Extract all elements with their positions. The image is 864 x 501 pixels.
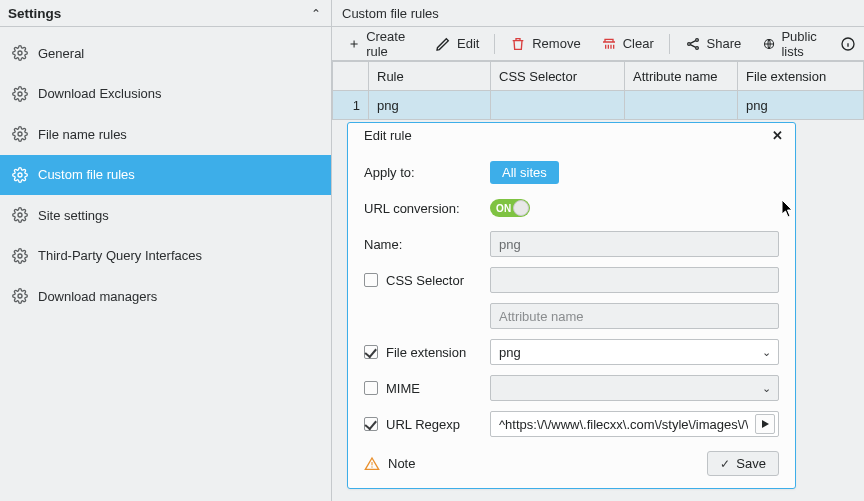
toolbar-label: Remove	[532, 36, 580, 51]
svg-marker-12	[762, 420, 769, 428]
sidebar-item-download-exclusions[interactable]: Download Exclusions	[0, 74, 331, 115]
warning-icon	[364, 456, 380, 472]
gear-icon	[12, 288, 28, 304]
svg-point-2	[18, 132, 22, 136]
close-icon[interactable]: ✕	[770, 128, 785, 143]
file-extension-label: File extension	[386, 345, 466, 360]
url-conversion-label: URL conversion:	[364, 201, 490, 216]
play-icon	[760, 419, 770, 429]
svg-point-5	[18, 254, 22, 258]
svg-point-3	[18, 173, 22, 177]
sidebar-item-general[interactable]: General	[0, 33, 331, 74]
gear-icon	[12, 207, 28, 223]
clear-button[interactable]: Clear	[593, 33, 662, 55]
css-selector-checkbox[interactable]	[364, 273, 378, 287]
toolbar-label: Clear	[623, 36, 654, 51]
apply-to-button[interactable]: All sites	[490, 161, 559, 184]
collapse-sidebar-icon[interactable]: ⌄	[311, 6, 321, 20]
save-label: Save	[736, 456, 766, 471]
sidebar-title: Settings	[8, 6, 61, 21]
gear-icon	[12, 167, 28, 183]
cell-attr[interactable]	[625, 91, 738, 120]
dialog-title: Edit rule	[364, 128, 412, 143]
toolbar-label: Public lists	[781, 29, 828, 59]
toolbar-separator	[669, 34, 670, 54]
regexp-test-button[interactable]	[755, 414, 775, 434]
svg-rect-14	[371, 462, 372, 465]
cell-css[interactable]	[491, 91, 625, 120]
sidebar-item-download-managers[interactable]: Download managers	[0, 276, 331, 317]
toolbar: Create rule Edit Remove Clear Share	[332, 27, 864, 61]
share-button[interactable]: Share	[677, 33, 750, 55]
svg-point-4	[18, 213, 22, 217]
remove-button[interactable]: Remove	[502, 33, 588, 55]
url-conversion-toggle[interactable]: ON	[490, 199, 530, 217]
gear-icon	[12, 126, 28, 142]
sidebar-item-label: Custom file rules	[38, 167, 135, 182]
sidebar-item-label: Download Exclusions	[38, 86, 162, 101]
svg-point-1	[18, 92, 22, 96]
edit-rule-dialog: Edit rule ✕ Apply to: All sites URL conv…	[347, 122, 796, 489]
toolbar-separator	[494, 34, 495, 54]
cell-ext[interactable]: png	[738, 91, 864, 120]
toolbar-label: Share	[707, 36, 742, 51]
note-label: Note	[388, 456, 415, 471]
pencil-icon	[435, 36, 451, 52]
col-rule[interactable]: Rule	[369, 62, 491, 91]
apply-to-label: Apply to:	[364, 165, 490, 180]
svg-point-0	[18, 51, 22, 55]
name-label: Name:	[364, 237, 490, 252]
note-area[interactable]: Note	[364, 456, 415, 472]
check-icon: ✓	[720, 457, 730, 471]
css-selector-input[interactable]	[490, 267, 779, 293]
info-button[interactable]	[840, 36, 856, 52]
cell-rule[interactable]: png	[369, 91, 491, 120]
file-extension-checkbox[interactable]	[364, 345, 378, 359]
toolbar-label: Create rule	[366, 29, 415, 59]
trash-icon	[510, 36, 526, 52]
sidebar-item-label: Download managers	[38, 289, 157, 304]
plus-icon	[348, 36, 360, 52]
col-ext[interactable]: File extension	[738, 62, 864, 91]
sidebar-item-label: File name rules	[38, 127, 127, 142]
url-regexp-label: URL Regexp	[386, 417, 460, 432]
public-lists-button[interactable]: Public lists	[755, 26, 836, 62]
globe-icon	[763, 36, 775, 52]
sidebar-item-label: General	[38, 46, 84, 61]
shred-icon	[601, 36, 617, 52]
mime-label: MIME	[386, 381, 420, 396]
col-attr[interactable]: Attribute name	[625, 62, 738, 91]
row-number: 1	[333, 91, 369, 120]
svg-point-13	[371, 466, 372, 467]
save-button[interactable]: ✓ Save	[707, 451, 779, 476]
file-extension-select[interactable]	[490, 339, 779, 365]
svg-point-9	[695, 46, 698, 49]
css-selector-label: CSS Selector	[386, 273, 464, 288]
url-regexp-checkbox[interactable]	[364, 417, 378, 431]
sidebar-item-file-name-rules[interactable]: File name rules	[0, 114, 331, 155]
sidebar-item-custom-file-rules[interactable]: Custom file rules	[0, 155, 331, 196]
rules-table: Rule CSS Selector Attribute name File ex…	[332, 61, 864, 120]
table-row[interactable]: 1 png png	[333, 91, 864, 120]
url-regexp-input[interactable]	[490, 411, 779, 437]
name-input[interactable]	[490, 231, 779, 257]
gear-icon	[12, 86, 28, 102]
mime-select[interactable]	[490, 375, 779, 401]
sidebar-header: Settings ⌄	[0, 0, 331, 27]
create-rule-button[interactable]: Create rule	[340, 26, 423, 62]
share-icon	[685, 36, 701, 52]
main-title: Custom file rules	[332, 0, 864, 27]
col-css[interactable]: CSS Selector	[491, 62, 625, 91]
edit-button[interactable]: Edit	[427, 33, 487, 55]
gear-icon	[12, 45, 28, 61]
toggle-text: ON	[496, 203, 512, 214]
mime-checkbox[interactable]	[364, 381, 378, 395]
info-icon	[840, 36, 856, 52]
sidebar-item-label: Site settings	[38, 208, 109, 223]
settings-sidebar: Settings ⌄ General Download Exclusions F…	[0, 0, 332, 501]
attribute-name-input[interactable]	[490, 303, 779, 329]
toolbar-label: Edit	[457, 36, 479, 51]
gear-icon	[12, 248, 28, 264]
sidebar-item-third-party[interactable]: Third-Party Query Interfaces	[0, 236, 331, 277]
sidebar-item-site-settings[interactable]: Site settings	[0, 195, 331, 236]
